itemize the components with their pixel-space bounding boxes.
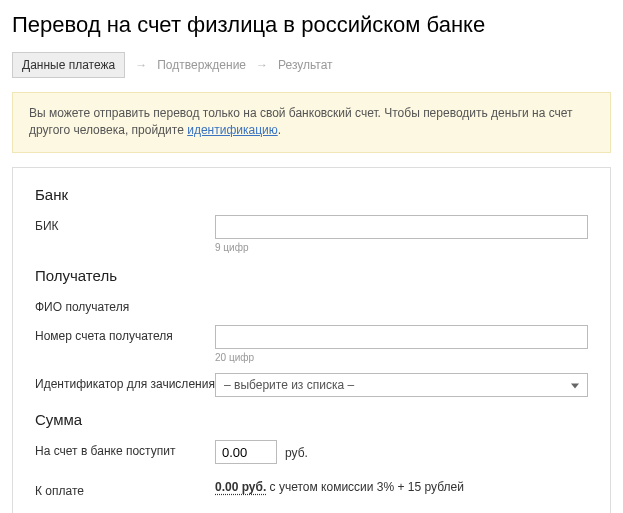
credit-label: На счет в банке поступит xyxy=(35,440,215,460)
section-bank-title: Банк xyxy=(35,186,588,203)
payable-label: К оплате xyxy=(35,480,215,500)
breadcrumb-step-data: Данные платежа xyxy=(12,52,125,78)
bik-input[interactable] xyxy=(215,215,588,239)
account-label: Номер счета получателя xyxy=(35,325,215,345)
arrow-icon: → xyxy=(256,58,268,72)
row-identifier: Идентификатор для зачисления – выберите … xyxy=(35,373,588,397)
notice-text-after: . xyxy=(278,123,281,137)
identifier-label: Идентификатор для зачисления xyxy=(35,373,215,393)
notice-banner: Вы можете отправить перевод только на св… xyxy=(12,92,611,153)
bik-label: БИК xyxy=(35,215,215,235)
notice-text: Вы можете отправить перевод только на св… xyxy=(29,106,573,137)
row-bik: БИК 9 цифр xyxy=(35,215,588,253)
payable-amount: 0.00 руб. xyxy=(215,480,266,494)
row-payable: К оплате 0.00 руб. с учетом комиссии 3% … xyxy=(35,480,588,500)
account-input[interactable] xyxy=(215,325,588,349)
form-card: Банк БИК 9 цифр Получатель ФИО получател… xyxy=(12,167,611,513)
breadcrumb: Данные платежа → Подтверждение → Результ… xyxy=(12,52,611,78)
identification-link[interactable]: идентификацию xyxy=(187,123,278,137)
breadcrumb-step-result: Результат xyxy=(278,58,333,72)
breadcrumb-step-confirm: Подтверждение xyxy=(157,58,246,72)
account-hint: 20 цифр xyxy=(215,352,588,363)
row-fio: ФИО получателя xyxy=(35,296,588,316)
bik-hint: 9 цифр xyxy=(215,242,588,253)
identifier-select[interactable]: – выберите из списка – xyxy=(215,373,588,397)
fio-label: ФИО получателя xyxy=(35,296,215,316)
identifier-select-text: – выберите из списка – xyxy=(224,378,354,392)
row-credit: На счет в банке поступит руб. xyxy=(35,440,588,464)
credit-currency: руб. xyxy=(285,446,308,460)
arrow-icon: → xyxy=(135,58,147,72)
credit-amount-input[interactable] xyxy=(215,440,277,464)
section-amount-title: Сумма xyxy=(35,411,588,428)
page-title: Перевод на счет физлица в российском бан… xyxy=(12,12,611,38)
row-account: Номер счета получателя 20 цифр xyxy=(35,325,588,363)
payable-commission: с учетом комиссии 3% + 15 рублей xyxy=(266,480,464,494)
section-recipient-title: Получатель xyxy=(35,267,588,284)
